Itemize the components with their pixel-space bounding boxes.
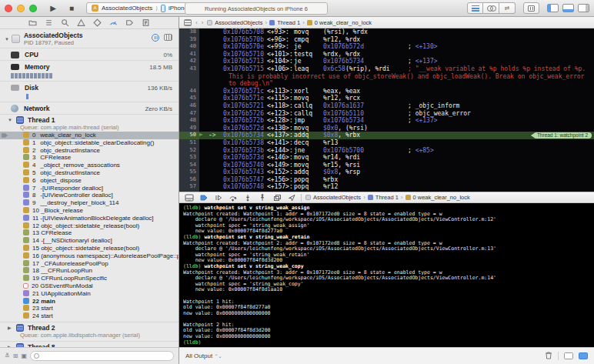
filter-frames-icon[interactable]: ▣ xyxy=(21,352,27,360)
line-number[interactable]: 41 xyxy=(179,51,199,58)
version-editor-button[interactable]: ⇄ xyxy=(499,2,516,14)
standard-editor-button[interactable] xyxy=(467,2,483,14)
stack-frame-row[interactable]: 10 _Block_release xyxy=(0,207,179,215)
project-navigator-icon[interactable] xyxy=(28,18,38,28)
line-number[interactable]: 54 xyxy=(179,162,199,169)
disassembly-editor[interactable]: 38 0x1076b5708<+93>:movq(%rsi), %rdx 39 … xyxy=(179,28,594,192)
report-navigator-icon[interactable] xyxy=(142,18,151,28)
toggle-utilities-button[interactable] xyxy=(578,4,589,12)
thread-row[interactable]: Thread 2 xyxy=(0,322,179,332)
line-number[interactable]: 43 xyxy=(179,65,199,73)
line-number[interactable]: 50 xyxy=(179,132,199,139)
breadcrumb-frame[interactable]: 0 weak_clear_no_lock xyxy=(315,19,372,26)
breakpoints-toggle-button[interactable] xyxy=(199,193,209,202)
assistant-editor-button[interactable] xyxy=(483,2,499,14)
line-number[interactable]: 38 xyxy=(179,28,199,36)
stack-frame-row[interactable]: 14 -[__NSDictionaryI dealloc] xyxy=(0,237,179,245)
stack-frame-row[interactable]: 4 _object_remove_assocations xyxy=(0,162,179,169)
simulate-location-button[interactable] xyxy=(286,193,297,202)
stack-frame-row[interactable]: 19 CFRunLoopRunSpecific xyxy=(0,275,179,282)
line-number[interactable]: 55 xyxy=(179,169,199,176)
stack-frame-row[interactable]: 2 objc_destructInstance xyxy=(0,147,179,155)
stack-frame-row[interactable]: 15 objc_object::sidetable_release(bool) xyxy=(0,245,179,252)
clear-console-button[interactable] xyxy=(545,351,552,361)
line-number[interactable]: 46 xyxy=(179,102,199,110)
stack-frame-row[interactable]: 6 object_dispose xyxy=(0,177,179,185)
line-number[interactable]: 48 xyxy=(179,117,199,125)
run-button[interactable]: ▶ xyxy=(46,2,60,15)
stack-frame-row[interactable]: 18 __CFRunLoopRun xyxy=(0,267,179,275)
thread-view-toggle-icon[interactable] xyxy=(164,34,172,41)
continue-button[interactable] xyxy=(213,193,224,202)
console-view-toggle[interactable] xyxy=(579,352,588,359)
stack-frame-row[interactable]: 24 start xyxy=(0,312,179,320)
stack-frame-row[interactable]: 5 objc_destructInstance xyxy=(0,169,179,177)
pause-indicator-icon[interactable] xyxy=(152,34,159,42)
gauge-row[interactable]: Disk 136 KB/s xyxy=(0,81,179,93)
tab-bar-button[interactable] xyxy=(523,2,539,14)
line-number[interactable]: 49 xyxy=(179,125,199,132)
stack-frame-row[interactable]: 8 -[UIViewController dealloc] xyxy=(0,192,179,199)
line-number[interactable]: 57 xyxy=(179,183,199,191)
step-out-button[interactable] xyxy=(257,193,268,202)
stack-frame-row[interactable]: 12 objc_object::sidetable_release(bool) xyxy=(0,222,179,230)
stack-frame-row[interactable]: 11 -[UIViewAnimationBlockDelegate deallo… xyxy=(0,215,179,222)
stack-frame-row[interactable]: 22 main xyxy=(0,298,179,306)
debug-breadcrumb-project[interactable]: AssociatedObjects xyxy=(313,194,361,201)
toggle-debug-area-button[interactable] xyxy=(562,4,574,12)
stack-frame-row[interactable]: 3 CFRelease xyxy=(0,154,179,162)
line-number[interactable]: 45 xyxy=(179,95,199,102)
line-number[interactable]: 44 xyxy=(179,88,199,95)
breadcrumb-thread[interactable]: Thread 1 xyxy=(277,19,300,26)
minimize-button[interactable] xyxy=(17,5,25,12)
related-items-icon[interactable] xyxy=(184,19,192,26)
thread-row[interactable]: Thread 1 xyxy=(0,115,179,124)
test-navigator-icon[interactable] xyxy=(93,18,102,28)
gauge-row[interactable]: Memory 18.5 MB xyxy=(0,60,179,72)
scheme-selector[interactable]: A AssociatedObjects ⟩ iPhone 6 xyxy=(86,2,199,14)
close-button[interactable] xyxy=(5,5,12,12)
stack-frame-row[interactable]: 21 UIApplicationMain xyxy=(0,290,179,298)
filter-grid-icon[interactable]: ⊞ xyxy=(13,352,18,360)
stack-frame-row[interactable]: 13 CFRelease xyxy=(0,229,179,237)
filter-input[interactable] xyxy=(42,353,170,359)
thread-row[interactable]: Thread 8 xyxy=(0,342,179,347)
filter-flag-icon[interactable]: ≚ xyxy=(5,352,10,360)
breakpoint-navigator-icon[interactable] xyxy=(125,18,135,28)
line-number[interactable]: 56 xyxy=(179,176,199,184)
lldb-console[interactable]: (lldb) watchpoint set v string_weak_assi… xyxy=(179,203,594,347)
debug-view-hierarchy-button[interactable] xyxy=(272,193,282,202)
stack-frame-row[interactable]: 20 GSEventRunModal xyxy=(0,282,179,290)
gauge-row[interactable]: CPU 0% xyxy=(0,48,179,60)
disclosure-triangle-icon[interactable] xyxy=(8,325,13,330)
gauge-row[interactable]: Network Zero KB/s xyxy=(0,102,179,114)
output-filter-dropdown[interactable]: All Output ⌃⌄ xyxy=(185,352,222,359)
stack-frame-row[interactable]: 1 objc_object::sidetable_clearDeallocati… xyxy=(0,139,179,147)
step-into-button[interactable] xyxy=(242,193,253,202)
forward-button[interactable]: › xyxy=(202,19,204,26)
debug-breadcrumb-thread[interactable]: Thread 1 xyxy=(375,194,399,201)
stack-frame-row[interactable]: 17 _CFAutoreleasePoolPop xyxy=(0,260,179,268)
line-number[interactable]: 53 xyxy=(179,154,199,162)
disclosure-triangle-icon[interactable]: ▼ xyxy=(5,37,9,42)
issue-navigator-icon[interactable] xyxy=(77,18,86,28)
stack-frame-row[interactable]: 0 weak_clear_no_lock xyxy=(0,132,179,139)
debug-navigator-icon[interactable] xyxy=(109,18,118,28)
stop-button[interactable]: ■ xyxy=(65,2,78,15)
stack-frame-row[interactable]: 9 __destroy_helper_block_114 xyxy=(0,199,179,207)
back-button[interactable]: ‹ xyxy=(195,19,198,26)
toggle-navigator-button[interactable] xyxy=(547,4,559,12)
watchpoint-badge[interactable]: Thread 1: watchpoint 2 xyxy=(531,132,592,139)
line-number[interactable]: 47 xyxy=(179,110,199,118)
line-number[interactable]: 40 xyxy=(179,43,199,51)
zoom-button[interactable] xyxy=(29,5,37,12)
symbol-navigator-icon[interactable] xyxy=(45,18,54,28)
debug-breadcrumb-frame[interactable]: 0 weak_clear_no_lock xyxy=(413,194,470,201)
line-number[interactable]: 39 xyxy=(179,36,199,44)
variables-view-toggle[interactable] xyxy=(564,352,573,359)
line-number[interactable]: 52 xyxy=(179,147,199,155)
breadcrumb-project[interactable]: AssociatedObjects xyxy=(215,19,262,26)
stack-frame-row[interactable]: 7 -[UIResponder dealloc] xyxy=(0,185,179,192)
stack-frame-row[interactable]: 16 (anonymous namespace)::AutoreleasePoo… xyxy=(0,252,179,260)
filter-field[interactable] xyxy=(30,351,174,361)
